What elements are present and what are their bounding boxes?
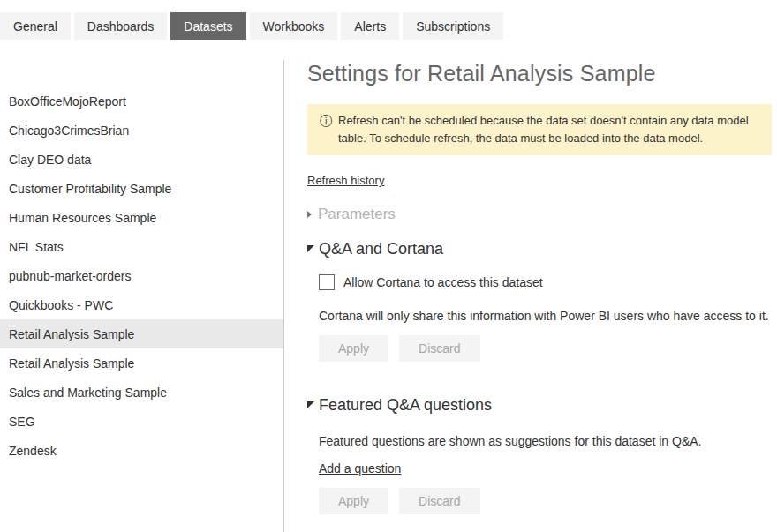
tab-general[interactable]: General <box>0 12 71 40</box>
refresh-warning-banner: ⓘ Refresh can't be scheduled because the… <box>307 104 772 155</box>
page-title: Settings for Retail Analysis Sample <box>307 60 772 86</box>
qa-cortana-heading: Q&A and Cortana <box>319 239 443 259</box>
refresh-warning-text: Refresh can't be scheduled because the d… <box>338 112 759 147</box>
sidebar-item-quickbooks-pwc[interactable]: Quickbooks - PWC <box>0 290 283 319</box>
sidebar-item-chicago3crimesbrian[interactable]: Chicago3CrimesBrian <box>0 116 283 145</box>
chevron-right-icon <box>307 211 312 218</box>
sidebar-item-clay-deo-data[interactable]: Clay DEO data <box>0 145 283 174</box>
tab-dashboards[interactable]: Dashboards <box>74 12 168 40</box>
qa-cortana-buttons: Apply Discard <box>319 335 772 362</box>
tab-datasets[interactable]: Datasets <box>170 12 245 40</box>
featured-questions-buttons: Apply Discard <box>319 488 772 514</box>
sidebar-item-retail-analysis-sample[interactable]: Retail Analysis Sample <box>0 319 283 348</box>
sidebar-item-nfl-stats[interactable]: NFL Stats <box>0 232 283 261</box>
tab-subscriptions[interactable]: Subscriptions <box>403 12 503 40</box>
sidebar-item-seg[interactable]: SEG <box>0 407 283 436</box>
chevron-expanded-icon <box>307 245 314 252</box>
sidebar-item-boxofficemojoreport[interactable]: BoxOfficeMojoReport <box>0 86 283 116</box>
qa-cortana-section: Allow Cortana to access this dataset Cor… <box>319 274 772 362</box>
dataset-list-sidebar: BoxOfficeMojoReportChicago3CrimesBrianCl… <box>0 60 284 532</box>
apply-button[interactable]: Apply <box>319 488 388 514</box>
apply-button[interactable]: Apply <box>319 335 388 362</box>
tab-bar: GeneralDashboardsDatasetsWorkbooksAlerts… <box>0 12 777 40</box>
discard-button[interactable]: Discard <box>399 488 479 514</box>
sidebar-item-sales-and-marketing-sample[interactable]: Sales and Marketing Sample <box>0 378 283 407</box>
qa-cortana-section-header[interactable]: Q&A and Cortana <box>307 239 772 259</box>
sidebar-item-pubnub-market-orders[interactable]: pubnub-market-orders <box>0 261 283 290</box>
settings-panel: Settings for Retail Analysis Sample ⓘ Re… <box>307 60 772 532</box>
chevron-expanded-icon <box>307 401 314 408</box>
featured-questions-section: Featured questions are shown as suggesti… <box>319 434 772 514</box>
featured-questions-description: Featured questions are shown as suggesti… <box>319 434 772 448</box>
refresh-history-link[interactable]: Refresh history <box>307 174 384 187</box>
add-question-link[interactable]: Add a question <box>319 461 401 476</box>
tab-alerts[interactable]: Alerts <box>341 12 399 40</box>
allow-cortana-row: Allow Cortana to access this dataset <box>319 274 772 290</box>
parameters-label: Parameters <box>318 206 396 223</box>
sidebar-item-human-resources-sample[interactable]: Human Resources Sample <box>0 203 283 232</box>
sidebar-item-customer-profitability-sample[interactable]: Customer Profitability Sample <box>0 174 283 203</box>
featured-questions-section-header[interactable]: Featured Q&A questions <box>307 395 772 415</box>
featured-questions-heading: Featured Q&A questions <box>319 395 492 415</box>
allow-cortana-label: Allow Cortana to access this dataset <box>343 275 543 289</box>
sidebar-item-zendesk[interactable]: Zendesk <box>0 436 283 465</box>
tab-workbooks[interactable]: Workbooks <box>250 12 338 40</box>
info-icon: ⓘ <box>320 112 332 130</box>
sidebar-item-retail-analysis-sample[interactable]: Retail Analysis Sample <box>0 348 283 378</box>
parameters-section-header[interactable]: Parameters <box>307 206 772 223</box>
allow-cortana-checkbox[interactable] <box>319 274 335 290</box>
cortana-description: Cortana will only share this information… <box>319 309 772 323</box>
discard-button[interactable]: Discard <box>399 335 479 362</box>
content-area: BoxOfficeMojoReportChicago3CrimesBrianCl… <box>0 60 777 532</box>
